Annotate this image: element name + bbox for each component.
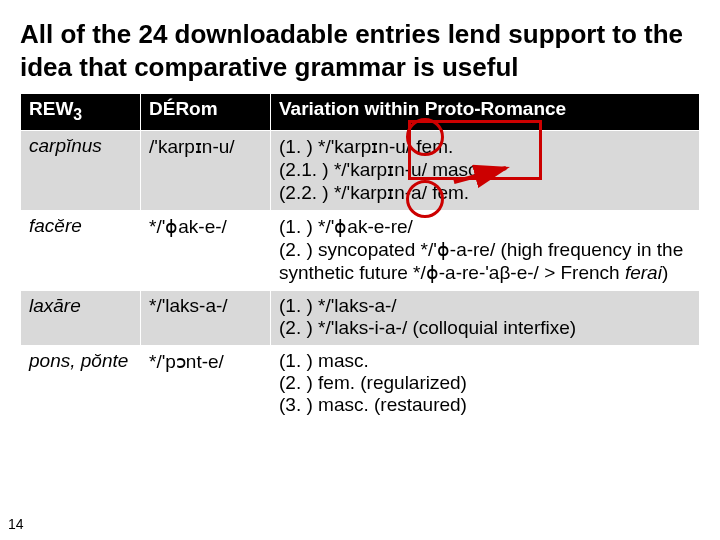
variation-cell: (1. ) */'karpɪn‑u/ fem. (2.1. ) */'karpɪ… bbox=[271, 130, 700, 210]
table-row: pons, pŏnte */'pɔnt‑e/ (1. ) masc. (2. )… bbox=[21, 345, 700, 422]
lemma-cell: laxāre bbox=[21, 290, 141, 345]
table-row: facĕre */'ɸak‑e‑/ (1. ) */'ɸak‑e‑re/ (2.… bbox=[21, 210, 700, 290]
derom-cell: */'laks‑a‑/ bbox=[141, 290, 271, 345]
variation-cell: (1. ) */'ɸak‑e‑re/ (2. ) syncopated */'ɸ… bbox=[271, 210, 700, 290]
col-header-variation: Variation within Proto-Romance bbox=[271, 94, 700, 131]
variation-cell: (1. ) */'laks‑a‑/ (2. ) */'laks‑i‑a‑/ (c… bbox=[271, 290, 700, 345]
derom-cell: */'pɔnt‑e/ bbox=[141, 345, 271, 422]
col-header-derom: DÉRom bbox=[141, 94, 271, 131]
etym-table: REW3 DÉRom Variation within Proto-Romanc… bbox=[20, 93, 700, 423]
variation-cell: (1. ) masc. (2. ) fem. (regularized) (3.… bbox=[271, 345, 700, 422]
lemma-cell: pons, pŏnte bbox=[21, 345, 141, 422]
derom-cell: /'karpɪn‑u/ bbox=[141, 130, 271, 210]
col-header-rew: REW3 bbox=[21, 94, 141, 131]
lemma-cell: facĕre bbox=[21, 210, 141, 290]
page-number: 14 bbox=[8, 516, 24, 532]
slide-title: All of the 24 downloadable entries lend … bbox=[20, 18, 700, 83]
table-row: carpĭnus /'karpɪn‑u/ (1. ) */'karpɪn‑u/ … bbox=[21, 130, 700, 210]
table-row: laxāre */'laks‑a‑/ (1. ) */'laks‑a‑/ (2.… bbox=[21, 290, 700, 345]
lemma-cell: carpĭnus bbox=[21, 130, 141, 210]
table-header-row: REW3 DÉRom Variation within Proto-Romanc… bbox=[21, 94, 700, 131]
derom-cell: */'ɸak‑e‑/ bbox=[141, 210, 271, 290]
